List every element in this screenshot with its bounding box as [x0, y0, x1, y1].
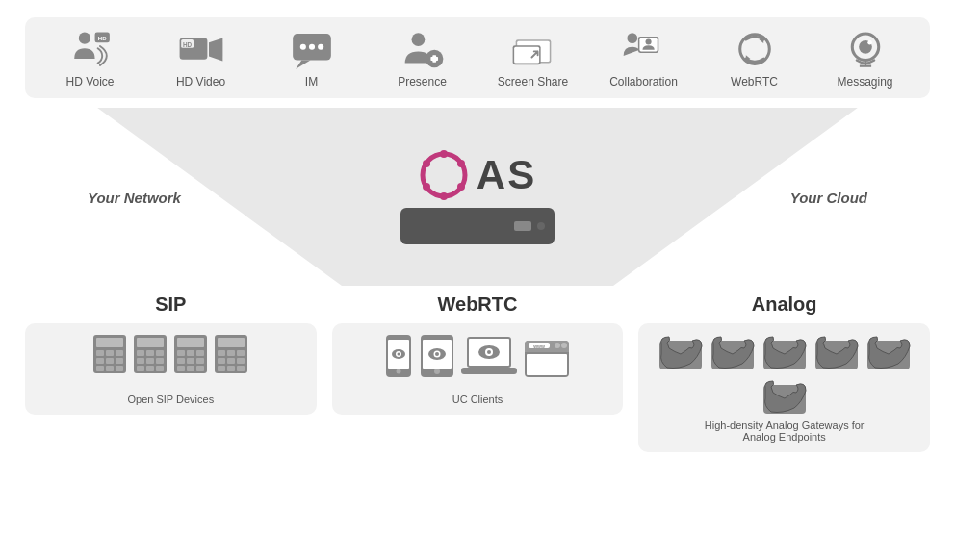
- svg-rect-15: [432, 55, 436, 63]
- svg-rect-74: [218, 350, 225, 356]
- svg-rect-57: [156, 358, 164, 364]
- svg-rect-19: [514, 47, 539, 64]
- feature-im: IM: [261, 31, 362, 89]
- analog-phone-2: [708, 333, 758, 375]
- center-content: AS: [400, 150, 555, 244]
- svg-point-37: [423, 183, 430, 191]
- svg-rect-56: [146, 358, 154, 364]
- sip-phone-icons: [91, 333, 249, 375]
- svg-rect-82: [237, 366, 245, 371]
- svg-point-32: [423, 154, 465, 196]
- svg-rect-80: [218, 366, 225, 371]
- svg-rect-45: [106, 358, 114, 364]
- presence-label: Presence: [398, 75, 447, 89]
- hd-voice-label: HD Voice: [65, 75, 114, 89]
- svg-rect-46: [116, 358, 123, 364]
- im-icon: [289, 31, 335, 71]
- svg-text:www: www: [532, 344, 545, 349]
- svg-rect-71: [196, 366, 204, 371]
- bottom-section: SIP: [25, 293, 930, 452]
- svg-rect-58: [137, 366, 144, 371]
- analog-devices-box: High-density Analog Gateways for Analog …: [638, 323, 930, 452]
- svg-text:HD: HD: [182, 41, 192, 48]
- svg-rect-64: [187, 350, 194, 356]
- mobile-icon: [384, 333, 413, 379]
- svg-rect-103: [525, 348, 569, 352]
- svg-marker-8: [296, 61, 310, 69]
- svg-point-88: [397, 369, 401, 374]
- analog-column: Analog: [638, 293, 930, 452]
- svg-rect-41: [96, 350, 104, 356]
- hw-dot: [537, 222, 545, 230]
- analog-phone-4: [812, 333, 862, 375]
- tablet-icon: [419, 333, 455, 379]
- hardware-appliance: [400, 208, 555, 244]
- collaboration-icon: [621, 31, 667, 71]
- svg-rect-49: [116, 366, 123, 371]
- svg-rect-75: [227, 350, 235, 356]
- svg-point-33: [440, 150, 448, 158]
- analog-phone-5: [864, 333, 914, 375]
- svg-point-87: [398, 353, 400, 356]
- analog-devices-label: High-density Analog Gateways for Analog …: [705, 420, 865, 443]
- svg-rect-44: [96, 358, 104, 364]
- cloud-label: Your Cloud: [790, 189, 867, 205]
- svg-rect-76: [237, 350, 245, 356]
- feature-screen-share: Screen Share: [482, 31, 583, 89]
- svg-rect-42: [106, 350, 114, 356]
- svg-rect-81: [227, 366, 235, 371]
- svg-rect-66: [177, 358, 185, 364]
- feature-webrtc: WebRTC: [704, 31, 805, 89]
- svg-rect-68: [196, 358, 204, 364]
- svg-point-107: [561, 343, 567, 348]
- analog-phone-1: [656, 333, 706, 375]
- svg-rect-69: [177, 366, 185, 371]
- analog-title: Analog: [752, 293, 817, 316]
- svg-point-9: [299, 44, 305, 50]
- svg-point-20: [627, 33, 637, 43]
- sip-column: SIP: [25, 293, 317, 415]
- feature-presence: Presence: [372, 31, 473, 89]
- messaging-label: Messaging: [837, 75, 892, 89]
- svg-rect-73: [218, 338, 245, 347]
- svg-rect-108: [527, 354, 567, 375]
- webrtc-icon: [732, 31, 778, 71]
- webrtc-devices-box: www UC Clients: [332, 323, 624, 415]
- analog-phone-icons: [646, 333, 922, 420]
- svg-point-93: [435, 352, 439, 356]
- analog-phone-3: [760, 333, 810, 375]
- svg-rect-65: [196, 350, 204, 356]
- feature-collaboration: Collaboration: [593, 31, 694, 89]
- sip-phone-4: [213, 333, 249, 375]
- svg-rect-63: [177, 350, 185, 356]
- svg-rect-70: [187, 366, 194, 371]
- laptop-icon: [461, 333, 517, 379]
- feature-messaging: Messaging: [814, 31, 916, 89]
- webrtc-label: WebRTC: [731, 75, 778, 89]
- svg-point-29: [867, 40, 872, 45]
- svg-rect-48: [106, 366, 114, 371]
- svg-point-38: [423, 160, 430, 167]
- svg-rect-51: [137, 338, 164, 347]
- feature-hd-video: HD HD Video: [150, 31, 251, 89]
- svg-rect-53: [146, 350, 154, 356]
- svg-point-106: [555, 343, 560, 348]
- svg-rect-60: [156, 366, 164, 371]
- sip-title: SIP: [155, 293, 186, 316]
- hd-video-label: HD Video: [176, 75, 225, 89]
- as-logo: AS: [419, 150, 536, 200]
- analog-phone-6: [760, 377, 810, 420]
- sip-devices-label: Open SIP Devices: [127, 394, 214, 405]
- svg-point-99: [487, 350, 491, 354]
- svg-point-23: [645, 38, 651, 44]
- svg-point-24: [739, 35, 769, 64]
- collaboration-label: Collaboration: [609, 75, 678, 89]
- feature-hd-voice: HD HD Voice: [39, 31, 141, 89]
- network-label: Your Network: [88, 189, 181, 205]
- webrtc-col-title: WebRTC: [438, 293, 518, 316]
- svg-rect-100: [461, 368, 517, 374]
- svg-point-36: [440, 192, 448, 200]
- sip-phone-2: [132, 333, 168, 375]
- hd-voice-icon: HD: [67, 31, 114, 71]
- sip-devices-box: Open SIP Devices: [25, 323, 317, 415]
